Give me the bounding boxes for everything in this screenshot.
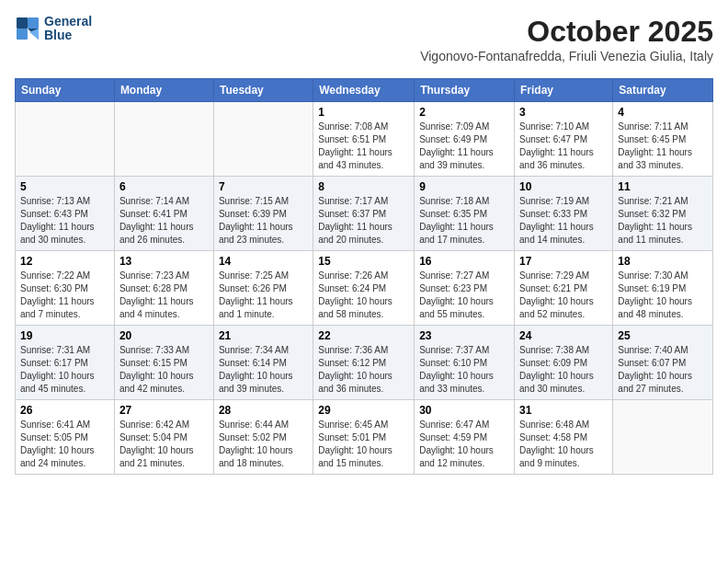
sunset-text: Sunset: 6:17 PM (20, 358, 88, 368)
sunrise-text: Sunrise: 7:22 AM (20, 270, 90, 281)
day-info: Sunrise: 7:33 AM Sunset: 6:15 PM Dayligh… (119, 344, 209, 396)
day-info: Sunrise: 7:09 AM Sunset: 6:49 PM Dayligh… (419, 121, 509, 172)
daylight-text: Daylight: 11 hours and 26 minutes. (119, 222, 194, 245)
day-number: 21 (219, 329, 308, 342)
day-number: 16 (419, 255, 509, 268)
sunset-text: Sunset: 5:04 PM (119, 432, 188, 442)
day-info: Sunrise: 7:10 AM Sunset: 6:47 PM Dayligh… (519, 121, 608, 172)
sunset-text: Sunset: 6:10 PM (419, 358, 487, 368)
daylight-text: Daylight: 11 hours and 7 minutes. (20, 296, 95, 319)
sunset-text: Sunset: 6:45 PM (618, 134, 686, 144)
calendar-cell: 20 Sunrise: 7:33 AM Sunset: 6:15 PM Dayl… (114, 326, 213, 400)
day-info: Sunrise: 7:25 AM Sunset: 6:26 PM Dayligh… (219, 270, 308, 321)
calendar-cell (613, 400, 713, 475)
sunrise-text: Sunrise: 6:44 AM (219, 419, 289, 430)
daylight-text: Daylight: 11 hours and 36 minutes. (519, 147, 594, 170)
day-number: 25 (618, 329, 708, 342)
day-number: 28 (219, 404, 308, 417)
weekday-header: Thursday (415, 79, 515, 102)
calendar-week-row: 5 Sunrise: 7:13 AM Sunset: 6:43 PM Dayli… (16, 177, 713, 251)
calendar-cell: 23 Sunrise: 7:37 AM Sunset: 6:10 PM Dayl… (415, 326, 515, 400)
sunrise-text: Sunrise: 6:48 AM (519, 419, 589, 430)
calendar-cell: 3 Sunrise: 7:10 AM Sunset: 6:47 PM Dayli… (515, 102, 613, 177)
daylight-text: Daylight: 11 hours and 30 minutes. (20, 222, 95, 245)
sunrise-text: Sunrise: 7:27 AM (419, 270, 489, 281)
calendar-week-row: 1 Sunrise: 7:08 AM Sunset: 6:51 PM Dayli… (16, 102, 713, 177)
sunset-text: Sunset: 5:05 PM (20, 432, 88, 442)
svg-rect-1 (17, 17, 28, 29)
sunrise-text: Sunrise: 7:18 AM (419, 196, 489, 206)
calendar-cell: 9 Sunrise: 7:18 AM Sunset: 6:35 PM Dayli… (415, 177, 515, 251)
daylight-text: Daylight: 10 hours and 45 minutes. (20, 371, 95, 394)
sunrise-text: Sunrise: 7:08 AM (318, 121, 388, 132)
daylight-text: Daylight: 10 hours and 39 minutes. (219, 371, 293, 394)
sunrise-text: Sunrise: 7:17 AM (318, 196, 388, 206)
day-number: 13 (119, 255, 209, 268)
calendar-cell: 5 Sunrise: 7:13 AM Sunset: 6:43 PM Dayli… (16, 177, 115, 251)
sunset-text: Sunset: 6:30 PM (20, 283, 88, 293)
daylight-text: Daylight: 11 hours and 43 minutes. (318, 147, 392, 170)
daylight-text: Daylight: 10 hours and 24 minutes. (20, 445, 95, 468)
sunrise-text: Sunrise: 7:34 AM (219, 345, 289, 355)
calendar-cell: 8 Sunrise: 7:17 AM Sunset: 6:37 PM Dayli… (313, 177, 415, 251)
sunrise-text: Sunrise: 7:30 AM (618, 270, 688, 281)
calendar-cell: 10 Sunrise: 7:19 AM Sunset: 6:33 PM Dayl… (515, 177, 613, 251)
day-number: 11 (618, 180, 708, 193)
title-section: October 2025 Vigonovo-Fontanafredda, Fri… (420, 15, 713, 71)
sunset-text: Sunset: 6:14 PM (219, 358, 287, 368)
day-info: Sunrise: 7:23 AM Sunset: 6:28 PM Dayligh… (119, 270, 209, 321)
day-info: Sunrise: 7:13 AM Sunset: 6:43 PM Dayligh… (20, 195, 109, 247)
sunrise-text: Sunrise: 7:37 AM (419, 345, 489, 355)
daylight-text: Daylight: 11 hours and 23 minutes. (219, 222, 293, 245)
daylight-text: Daylight: 11 hours and 33 minutes. (618, 147, 692, 170)
calendar-cell: 15 Sunrise: 7:26 AM Sunset: 6:24 PM Dayl… (313, 251, 415, 326)
calendar-cell: 25 Sunrise: 7:40 AM Sunset: 6:07 PM Dayl… (613, 326, 713, 400)
sunset-text: Sunset: 6:07 PM (618, 358, 686, 368)
daylight-text: Daylight: 10 hours and 36 minutes. (318, 371, 392, 394)
daylight-text: Daylight: 10 hours and 12 minutes. (419, 445, 494, 468)
weekday-header: Saturday (613, 79, 713, 102)
sunset-text: Sunset: 6:33 PM (519, 209, 587, 219)
sunset-text: Sunset: 6:19 PM (618, 283, 686, 293)
calendar-cell: 13 Sunrise: 7:23 AM Sunset: 6:28 PM Dayl… (114, 251, 213, 326)
calendar-cell: 31 Sunrise: 6:48 AM Sunset: 4:58 PM Dayl… (515, 400, 613, 475)
daylight-text: Daylight: 11 hours and 1 minute. (219, 296, 293, 319)
day-info: Sunrise: 7:29 AM Sunset: 6:21 PM Dayligh… (519, 270, 608, 321)
sunrise-text: Sunrise: 7:19 AM (519, 196, 589, 206)
day-number: 3 (519, 106, 608, 119)
sunrise-text: Sunrise: 7:14 AM (119, 196, 189, 206)
sunrise-text: Sunrise: 7:36 AM (318, 345, 388, 355)
sunrise-text: Sunrise: 7:31 AM (20, 345, 90, 355)
month-title: October 2025 (420, 15, 713, 49)
calendar-table: SundayMondayTuesdayWednesdayThursdayFrid… (15, 78, 713, 475)
sunset-text: Sunset: 5:01 PM (318, 432, 386, 442)
sunrise-text: Sunrise: 7:38 AM (519, 345, 589, 355)
day-number: 24 (519, 329, 608, 342)
sunrise-text: Sunrise: 7:23 AM (119, 270, 189, 281)
day-info: Sunrise: 7:18 AM Sunset: 6:35 PM Dayligh… (419, 195, 509, 247)
day-info: Sunrise: 7:34 AM Sunset: 6:14 PM Dayligh… (219, 344, 308, 396)
logo: General Blue (15, 15, 92, 43)
sunrise-text: Sunrise: 7:40 AM (618, 345, 688, 355)
sunset-text: Sunset: 6:41 PM (119, 209, 188, 219)
daylight-text: Daylight: 10 hours and 15 minutes. (318, 445, 392, 468)
calendar-cell: 7 Sunrise: 7:15 AM Sunset: 6:39 PM Dayli… (213, 177, 313, 251)
calendar-cell: 4 Sunrise: 7:11 AM Sunset: 6:45 PM Dayli… (613, 102, 713, 177)
calendar-cell: 16 Sunrise: 7:27 AM Sunset: 6:23 PM Dayl… (415, 251, 515, 326)
sunset-text: Sunset: 6:09 PM (519, 358, 587, 368)
sunset-text: Sunset: 6:15 PM (119, 358, 188, 368)
weekday-header: Friday (515, 79, 613, 102)
sunrise-text: Sunrise: 7:15 AM (219, 196, 289, 206)
sunset-text: Sunset: 4:58 PM (519, 432, 587, 442)
sunrise-text: Sunrise: 7:26 AM (318, 270, 388, 281)
day-number: 15 (318, 255, 409, 268)
weekday-header: Monday (114, 79, 213, 102)
sunset-text: Sunset: 4:59 PM (419, 432, 487, 442)
calendar-cell: 2 Sunrise: 7:09 AM Sunset: 6:49 PM Dayli… (415, 102, 515, 177)
calendar-cell: 24 Sunrise: 7:38 AM Sunset: 6:09 PM Dayl… (515, 326, 613, 400)
day-info: Sunrise: 6:45 AM Sunset: 5:01 PM Dayligh… (318, 419, 409, 470)
sunset-text: Sunset: 6:39 PM (219, 209, 287, 219)
sunset-text: Sunset: 6:23 PM (419, 283, 487, 293)
day-number: 27 (119, 404, 209, 417)
day-number: 12 (20, 255, 109, 268)
